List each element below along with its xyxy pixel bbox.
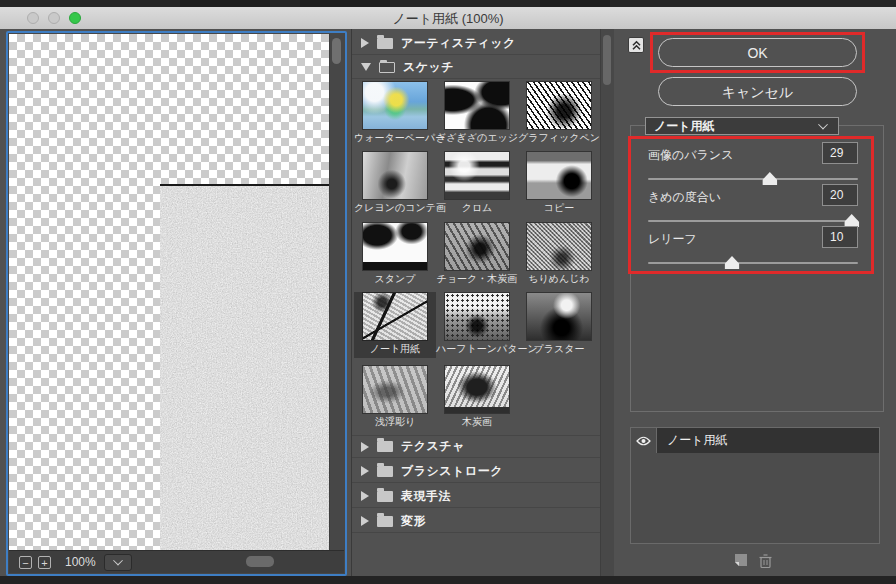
filter-thumb-image [445,223,509,270]
folder-icon [377,38,393,49]
slider-value-field[interactable]: 20 [822,184,858,206]
category-artistic[interactable]: アーティスティック [352,32,601,55]
zoom-out-button[interactable]: − [19,556,32,569]
filter-thumb-water-paper[interactable]: ウォーターペーパー [354,81,436,147]
slider-relief: レリーフ 10 [648,231,858,271]
settings-panel: OK キャンセル ノート用紙 画像のバランス 29 きめの度合い 20 [628,29,896,576]
filter-thumb-label: ちりめんじわ [518,272,600,286]
preview-vertical-scrollbar[interactable] [329,34,344,551]
preview-pane[interactable]: − + 100% [6,31,347,576]
slider-label: きめの度合い [648,189,721,206]
background-tab [540,0,610,7]
slider-thumb[interactable] [762,172,777,185]
chevron-down-icon [113,556,123,566]
category-distort[interactable]: 変形 [352,510,601,533]
category-label: 変形 [401,513,426,530]
filter-thumb-image [445,82,509,129]
filter-thumb-bas-relief[interactable]: 浅浮彫り [354,365,436,431]
filter-thumb-stamp[interactable]: スタンプ [354,222,436,288]
filter-category-browser: アーティスティック スケッチ ウォーターペーパー ぎざぎざのエッジ グラフィック… [351,29,614,576]
filter-thumb-plaster[interactable]: プラスター [518,292,600,358]
triangle-right-icon [361,38,369,48]
zoom-level-label: 100% [65,555,96,569]
filter-thumb-label: クロム [436,201,518,215]
filter-thumb-label: グラフィックペン [518,131,600,145]
slider-value-field[interactable]: 29 [822,142,858,164]
category-sketch[interactable]: スケッチ [352,56,601,79]
filter-thumb-note-paper-selected[interactable]: ノート用紙 [354,292,436,358]
window-title: ノート用紙 (100%) [0,10,896,28]
filter-thumb-image [527,82,591,129]
filter-thumb-image [445,366,509,413]
dialog-body: − + 100% アーティスティック スケッチ ウォ [0,29,896,576]
filter-select-dropdown[interactable]: ノート用紙 [645,117,839,135]
zoom-menu-button[interactable] [104,554,132,571]
ok-button[interactable]: OK [658,38,857,67]
filter-thumb-image [363,293,427,340]
filter-thumb-image [527,293,591,340]
effect-layer-name: ノート用紙 [657,428,879,453]
background-tab [180,0,270,7]
filter-thumb-halftone-pattern[interactable]: ハーフトーンパターン [436,292,518,358]
delete-effect-layer-button[interactable] [758,553,773,573]
filter-thumb-chalk-charcoal[interactable]: チョーク・木炭画 [436,222,518,288]
category-stylize[interactable]: 表現手法 [352,485,601,508]
slider-value-field[interactable]: 10 [822,226,858,248]
slider-label: レリーフ [648,231,697,248]
filter-thumb-label: スタンプ [354,272,436,286]
collapse-panel-button[interactable] [628,37,644,53]
layer-visibility-toggle[interactable] [631,428,657,453]
folder-icon [377,516,393,527]
chevron-down-icon [818,120,828,130]
eye-icon [636,436,651,446]
trash-icon [758,553,773,569]
filter-thumb-image [527,223,591,270]
filter-thumb-torn-edges[interactable]: ぎざぎざのエッジ [436,81,518,147]
slider-thumb[interactable] [725,256,740,269]
category-brush-strokes[interactable]: ブラシストローク [352,460,601,483]
filter-select-value: ノート用紙 [646,118,715,135]
preview-filtered-image [160,184,330,551]
new-effect-layer-button[interactable] [733,553,748,572]
filter-thumb-image [363,82,427,129]
filter-thumb-image [445,152,509,199]
filter-thumb-image [363,152,427,199]
background-app-strip [0,0,896,7]
preview-vertical-scroll-thumb[interactable] [332,38,341,64]
filter-thumb-label: ハーフトーンパターン [436,342,518,356]
browser-scroll-thumb[interactable] [603,35,611,85]
category-label: ブラシストローク [401,463,503,480]
background-tab [300,0,390,7]
filter-thumb-image [445,293,509,340]
filter-thumb-photocopy[interactable]: コピー [518,151,600,217]
preview-canvas-transparency[interactable] [9,34,344,551]
filter-thumb-charcoal[interactable]: 木炭画 [436,365,518,431]
effect-layer-list: ノート用紙 [630,427,880,544]
cancel-button[interactable]: キャンセル [658,77,857,106]
layer-list-toolbar [628,553,896,571]
filter-gallery-window: ノート用紙 (100%) [0,0,896,584]
slider-label: 画像のバランス [648,147,733,164]
filter-thumb-chrome[interactable]: クロム [436,151,518,217]
category-label: アーティスティック [401,35,516,52]
filter-thumb-crepe[interactable]: ちりめんじわ [518,222,600,288]
folder-icon [377,441,393,452]
folder-icon [377,466,393,477]
effect-layer-row[interactable]: ノート用紙 [631,428,879,453]
title-bar[interactable]: ノート用紙 (100%) [0,7,896,30]
slider-track[interactable] [648,178,858,180]
filter-thumb-label: コピー [518,201,600,215]
slider-track[interactable] [648,262,858,264]
filter-thumb-label: プラスター [518,342,600,356]
filter-thumb-conte-crayon[interactable]: クレヨンのコンテ画 [354,151,436,217]
category-label: スケッチ [403,59,454,76]
new-effect-layer-icon [733,553,748,568]
slider-track[interactable] [648,220,858,222]
zoom-in-button[interactable]: + [38,556,51,569]
category-texture[interactable]: テクスチャ [352,435,601,458]
preview-horizontal-scroll-thumb[interactable] [246,556,274,567]
filter-thumb-label: ノート用紙 [354,342,436,356]
browser-vertical-scrollbar[interactable] [600,29,614,576]
filter-thumb-graphic-pen[interactable]: グラフィックペン [518,81,600,147]
filter-thumb-image [363,223,427,270]
